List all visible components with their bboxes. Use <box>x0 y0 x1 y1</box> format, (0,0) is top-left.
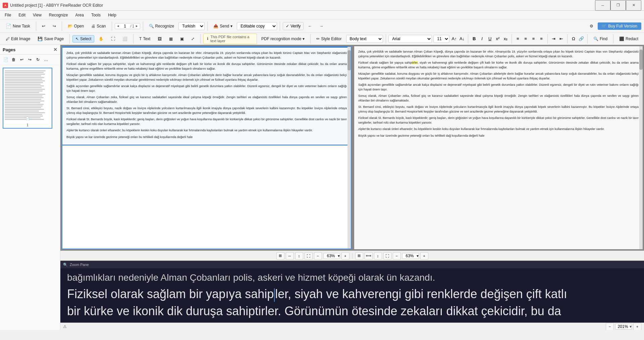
italic-button[interactable]: I <box>479 35 485 43</box>
arrow-left-button[interactable]: ← <box>305 22 315 30</box>
zoom-pane-content: bağımlıkları nedeniyle Alman Çobanları p… <box>60 268 644 323</box>
left-zoom-in-button[interactable]: + <box>341 252 350 260</box>
sidebar-undo-button[interactable]: ↩ <box>18 56 25 63</box>
scan-button[interactable]: 🖨 Scan <box>88 22 109 30</box>
zoom-fit-button[interactable]: ⛶ <box>108 35 118 43</box>
scan-content-left[interactable]: Zeka, çok yönlülük ve sadakatle tanınan … <box>62 47 351 145</box>
zoom-pane-zoom-out-button[interactable]: − <box>606 323 614 330</box>
page-number-input[interactable] <box>120 24 130 28</box>
verify-button[interactable]: ✓ Verify <box>283 22 304 30</box>
right-para-6: Fiziksel olarak St. Bernards büyük, kasl… <box>358 116 639 125</box>
align-left-button[interactable]: ≡ <box>515 35 521 43</box>
menu-area[interactable]: Area <box>72 12 87 18</box>
sidebar-new-button[interactable]: 📄 <box>2 56 9 63</box>
zoom-pane-zoom-dropdown[interactable]: ▾ <box>630 324 632 329</box>
new-task-button[interactable]: 📄 New Task <box>3 22 33 30</box>
toolbar2-sep-10 <box>587 34 588 44</box>
sidebar-delete-button[interactable]: 🗑 <box>10 56 17 63</box>
right-align-cols-button[interactable]: ⊞ <box>355 252 363 260</box>
resize-btn[interactable]: ⤢ <box>188 35 198 43</box>
left-panel-scrollbar[interactable] <box>347 47 351 249</box>
recognize-button[interactable]: 🔍 Recognize <box>146 22 177 30</box>
right-zoom-out-button[interactable]: − <box>393 252 401 260</box>
page-next-button[interactable]: ▸ <box>135 24 139 28</box>
arrow-right-button[interactable]: → <box>316 22 326 30</box>
minimize-button[interactable]: ─ <box>595 0 610 11</box>
page-thumbnail-1[interactable]: 📄 1 <box>3 68 52 129</box>
find-button[interactable]: 🔍 Find <box>590 35 610 43</box>
sidebar-redo-button[interactable]: ↪ <box>26 56 34 63</box>
bold-button[interactable]: B <box>471 35 477 43</box>
left-align-cols-button[interactable]: ⊞ <box>276 252 284 260</box>
zoom-pane-zoom-input[interactable] <box>617 324 629 329</box>
close-button[interactable]: ✕ <box>626 0 641 11</box>
indent-button[interactable]: ⇥ <box>550 35 557 43</box>
body-text-select[interactable]: Body text Heading 1 Heading 2 <box>346 35 383 43</box>
right-zoom-dropdown[interactable]: ▾ <box>417 254 419 258</box>
font-select[interactable]: Arial Times New Roman Calibri <box>388 35 432 43</box>
align-right-button[interactable]: ≡ <box>530 35 537 43</box>
sidebar-close-button[interactable]: ✕ <box>53 47 57 52</box>
copy-mode-select[interactable]: Editable copy Exact copy <box>237 22 277 30</box>
underline-button[interactable]: U <box>487 35 493 43</box>
open-button[interactable]: 📂 Open <box>65 22 87 30</box>
redo-button[interactable]: ↪ <box>50 22 59 30</box>
page-nav: ◂ / 1 ▸ <box>115 23 140 29</box>
style-editor-button[interactable]: ✏ Style Editor <box>313 35 344 43</box>
recognize-page-button[interactable]: T Text <box>136 35 153 43</box>
right-fit-height-button[interactable]: ↕ <box>374 252 382 260</box>
menu-file[interactable]: File <box>1 12 14 18</box>
zoom-fill-button[interactable]: ⬜ <box>119 35 130 43</box>
left-zoom-input[interactable] <box>325 254 337 258</box>
superscript-button[interactable]: x² <box>494 35 501 43</box>
save-page-icon: 💾 <box>38 37 43 41</box>
scan-content-right[interactable]: Zeka, çok yönlülük ve sadakatle tanınan … <box>354 46 643 143</box>
decrease-font-button[interactable]: A↓ <box>459 35 465 43</box>
menu-view[interactable]: View <box>30 12 45 18</box>
left-zoom-dropdown[interactable]: ▾ <box>338 254 340 258</box>
page-prev-button[interactable]: ◂ <box>116 24 120 28</box>
right-fit-button[interactable]: ⟺ <box>365 252 373 260</box>
left-fullscreen-button[interactable]: ⛶ <box>305 252 313 260</box>
left-zoom-out-button[interactable]: − <box>314 252 322 260</box>
sidebar-more-button[interactable]: … <box>42 56 50 63</box>
link-button[interactable]: 🔗 <box>578 35 585 43</box>
redact-button[interactable]: ⬛ Redact <box>616 35 641 43</box>
edit-image-button[interactable]: 🖊 Edit Image <box>3 35 33 43</box>
menu-help[interactable]: Help <box>105 12 120 18</box>
align-center-button[interactable]: ≡ <box>522 35 529 43</box>
sidebar-refresh-button[interactable]: ↻ <box>34 56 42 63</box>
zoom-pane-zoom-in-button[interactable]: + <box>633 323 641 330</box>
subscript-button[interactable]: x₂ <box>502 35 509 43</box>
select-button[interactable]: ↖ Select <box>72 35 94 43</box>
img-icon-button[interactable]: 🖼 <box>155 35 165 43</box>
increase-font-button[interactable]: A↑ <box>451 35 457 43</box>
page-list: 📄 1 <box>0 65 60 330</box>
left-fit-height-button[interactable]: ↕ <box>295 252 303 260</box>
menu-recognize[interactable]: Recognize <box>46 12 71 18</box>
right-zoom-in-button[interactable]: + <box>420 252 428 260</box>
right-fullscreen-button[interactable]: ⛶ <box>383 252 391 260</box>
zoom-text-line-2: Fiziksel olarak sağlam bir yapıya sahipl… <box>67 286 567 302</box>
font-size-select[interactable]: 11 10 12 14 <box>433 35 449 43</box>
right-zoom-input[interactable] <box>404 254 416 258</box>
right-panel-scrollbar[interactable] <box>639 46 643 249</box>
left-fit-button[interactable]: ↔ <box>286 252 294 260</box>
char-map-button[interactable]: Ω <box>570 35 577 43</box>
align-justify-button[interactable]: ≡ <box>538 35 544 43</box>
menu-edit[interactable]: Edit <box>15 12 29 18</box>
table-icon-button[interactable]: ▦ <box>166 35 176 43</box>
send-button[interactable]: 📤 Send ▾ <box>210 22 235 30</box>
buy-full-version-button[interactable]: 🛒 Buy Full Version <box>598 22 641 30</box>
menu-tools[interactable]: Tools <box>88 12 104 18</box>
area-btn[interactable]: ▣ <box>177 35 187 43</box>
restore-button[interactable]: ❐ <box>610 0 626 11</box>
settings-button[interactable]: ⚙ <box>587 22 596 30</box>
save-page-button[interactable]: 💾 Save Page <box>35 35 67 43</box>
toolbar2-sep-9 <box>567 34 568 44</box>
undo-button[interactable]: ↩ <box>39 22 48 30</box>
pdf-mode-dropdown[interactable]: PDF recognition mode ▾ <box>258 35 308 43</box>
language-select[interactable]: Turkish English German <box>178 22 205 30</box>
outdent-button[interactable]: ⇤ <box>558 35 565 43</box>
pan-button[interactable]: ✋ <box>96 35 107 43</box>
